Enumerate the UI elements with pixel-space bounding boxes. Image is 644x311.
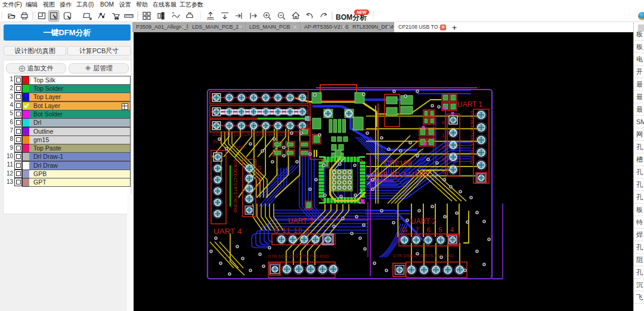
svg-text:3: 3 [442,157,445,162]
svg-text:2: 2 [442,144,445,150]
svg-text:0: 0 [442,120,445,125]
svg-text:UART 3: UART 3 [288,217,314,225]
svg-text:1: 1 [442,133,445,138]
svg-text:5: 5 [442,170,445,175]
svg-text:G 7 6 5 4: G 7 6 5 4 [402,226,457,233]
svg-text:NEW: NEW [357,10,367,14]
svg-text:G 11 10 9: G 11 10 9 [274,227,310,234]
svg-text:USB TO 4 UART: USB TO 4 UART [373,171,429,179]
svg-text:UART 2: UART 2 [411,217,436,226]
svg-text:15 14 12 11: 15 14 12 11 [258,165,262,187]
svg-text:GND: GND [235,144,246,150]
svg-text:DTR DCD CTS RTS TXD RXD: DTR DCD CTS RTS TXD RXD [470,111,474,164]
svg-text:DTR DCD CTS RTS TXD RXD: DTR DCD CTS RTS TXD RXD [268,254,329,259]
svg-text:DCD0/RI0 DCD1/RI1 DCD2/RI2 DCD: DCD0/RI0 DCD1/RI1 DCD2/RI2 DCD3/RI3 [212,132,298,137]
svg-text:UART 4: UART 4 [213,227,242,236]
svg-text:UART 1: UART 1 [457,100,483,109]
svg-text:CP2108: CP2108 [384,159,412,168]
svg-text:DTR DSR CTS RTS TXD RXD: DTR DSR CTS RTS TXD RXD [393,253,454,258]
svg-text:DTR DCD CTS RTS TXD RXD: DTR DCD CTS RTS TXD RXD [233,159,237,213]
